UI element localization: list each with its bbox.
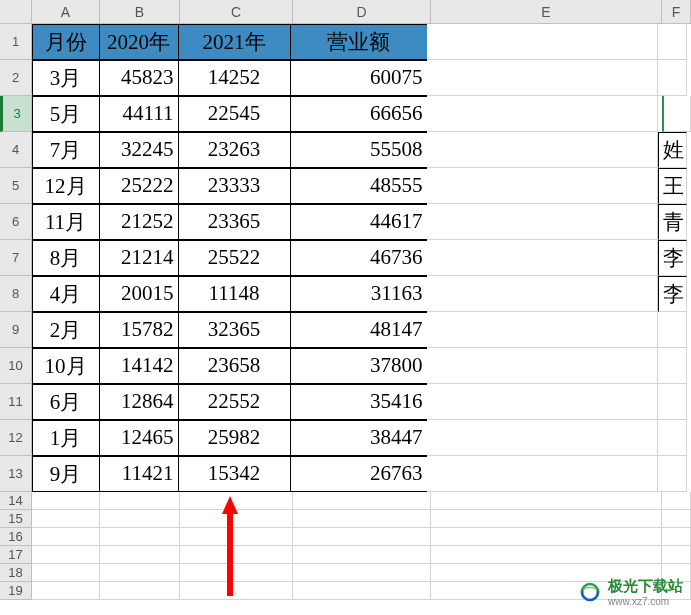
cell-b17[interactable]	[100, 546, 180, 564]
row-header-9[interactable]: 9	[0, 312, 32, 348]
cell-f15[interactable]	[662, 510, 691, 528]
cell-c17[interactable]	[180, 546, 293, 564]
cell-a10[interactable]: 10月	[32, 348, 100, 384]
cell-d16[interactable]	[293, 528, 431, 546]
cell-a16[interactable]	[32, 528, 100, 546]
cell-b2[interactable]: 45823	[99, 60, 179, 96]
row-header-17[interactable]: 17	[0, 546, 32, 564]
cell-c15[interactable]	[180, 510, 293, 528]
cell-a13[interactable]: 9月	[32, 456, 100, 492]
cell-a3[interactable]: 5月	[32, 96, 100, 132]
cell-d3[interactable]: 66656	[290, 96, 428, 132]
cell-f17[interactable]	[662, 546, 691, 564]
row-header-12[interactable]: 12	[0, 420, 32, 456]
row-header-3[interactable]: 3	[0, 96, 32, 132]
cell-c9[interactable]: 32365	[178, 312, 291, 348]
cell-f10[interactable]	[658, 348, 687, 384]
cell-b18[interactable]	[100, 564, 180, 582]
cell-f3[interactable]	[662, 96, 691, 132]
cell-f16[interactable]	[662, 528, 691, 546]
cell-a9[interactable]: 2月	[32, 312, 100, 348]
cell-c14[interactable]	[180, 492, 293, 510]
row-header-6[interactable]: 6	[0, 204, 32, 240]
header-month[interactable]: 月份	[32, 24, 100, 60]
cell-b3[interactable]: 44111	[99, 96, 179, 132]
cell-e14[interactable]	[431, 492, 662, 510]
row-header-16[interactable]: 16	[0, 528, 32, 546]
col-header-e[interactable]: E	[431, 0, 662, 24]
header-2020[interactable]: 2020年	[99, 24, 179, 60]
cell-d9[interactable]: 48147	[290, 312, 428, 348]
cell-d14[interactable]	[293, 492, 431, 510]
cell-c4[interactable]: 23263	[178, 132, 291, 168]
cell-f2[interactable]	[658, 60, 687, 96]
cell-c6[interactable]: 23365	[178, 204, 291, 240]
col-header-c[interactable]: C	[180, 0, 293, 24]
cell-b13[interactable]: 11421	[99, 456, 179, 492]
cell-c2[interactable]: 14252	[178, 60, 291, 96]
cell-b16[interactable]	[100, 528, 180, 546]
cell-e15[interactable]	[431, 510, 662, 528]
cell-d7[interactable]: 46736	[290, 240, 428, 276]
cell-a18[interactable]	[32, 564, 100, 582]
cell-d18[interactable]	[293, 564, 431, 582]
row-header-15[interactable]: 15	[0, 510, 32, 528]
cell-a11[interactable]: 6月	[32, 384, 100, 420]
cell-f5[interactable]: 王	[658, 168, 687, 204]
cell-b5[interactable]: 25222	[99, 168, 179, 204]
cell-a17[interactable]	[32, 546, 100, 564]
cell-c19[interactable]	[180, 582, 293, 600]
row-header-14[interactable]: 14	[0, 492, 32, 510]
cell-e4[interactable]	[427, 132, 658, 168]
cell-e8[interactable]	[427, 276, 658, 312]
cell-e12[interactable]	[427, 420, 658, 456]
cell-a8[interactable]: 4月	[32, 276, 100, 312]
cell-b8[interactable]: 20015	[99, 276, 179, 312]
cell-a14[interactable]	[32, 492, 100, 510]
cell-c7[interactable]: 25522	[178, 240, 291, 276]
cell-a12[interactable]: 1月	[32, 420, 100, 456]
cell-c8[interactable]: 11148	[178, 276, 291, 312]
cell-e2[interactable]	[427, 60, 658, 96]
cell-e1[interactable]	[427, 24, 658, 60]
row-header-2[interactable]: 2	[0, 60, 32, 96]
cell-c10[interactable]: 23658	[178, 348, 291, 384]
cell-b14[interactable]	[100, 492, 180, 510]
cell-d10[interactable]: 37800	[290, 348, 428, 384]
cell-d8[interactable]: 31163	[290, 276, 428, 312]
cell-e7[interactable]	[427, 240, 658, 276]
cell-a7[interactable]: 8月	[32, 240, 100, 276]
row-header-7[interactable]: 7	[0, 240, 32, 276]
row-header-1[interactable]: 1	[0, 24, 32, 60]
cell-d5[interactable]: 48555	[290, 168, 428, 204]
cell-e9[interactable]	[427, 312, 658, 348]
cell-f12[interactable]	[658, 420, 687, 456]
select-all-corner[interactable]	[0, 0, 32, 24]
cell-d4[interactable]: 55508	[290, 132, 428, 168]
row-header-13[interactable]: 13	[0, 456, 32, 492]
cell-b19[interactable]	[100, 582, 180, 600]
row-header-8[interactable]: 8	[0, 276, 32, 312]
cell-c11[interactable]: 22552	[178, 384, 291, 420]
cell-b15[interactable]	[100, 510, 180, 528]
row-header-5[interactable]: 5	[0, 168, 32, 204]
cell-d11[interactable]: 35416	[290, 384, 428, 420]
cell-f1[interactable]	[658, 24, 687, 60]
header-revenue[interactable]: 营业额	[290, 24, 428, 60]
cell-b7[interactable]: 21214	[99, 240, 179, 276]
row-header-18[interactable]: 18	[0, 564, 32, 582]
cell-c5[interactable]: 23333	[178, 168, 291, 204]
header-2021[interactable]: 2021年	[178, 24, 291, 60]
cell-f9[interactable]	[658, 312, 687, 348]
cell-e6[interactable]	[427, 204, 658, 240]
cell-d13[interactable]: 26763	[290, 456, 428, 492]
cell-a19[interactable]	[32, 582, 100, 600]
cell-b4[interactable]: 32245	[99, 132, 179, 168]
cell-e3[interactable]	[427, 96, 658, 132]
cell-d12[interactable]: 38447	[290, 420, 428, 456]
cell-e5[interactable]	[427, 168, 658, 204]
cell-f14[interactable]	[662, 492, 691, 510]
cell-e16[interactable]	[431, 528, 662, 546]
cell-a2[interactable]: 3月	[32, 60, 100, 96]
cell-f8[interactable]: 李	[658, 276, 687, 312]
